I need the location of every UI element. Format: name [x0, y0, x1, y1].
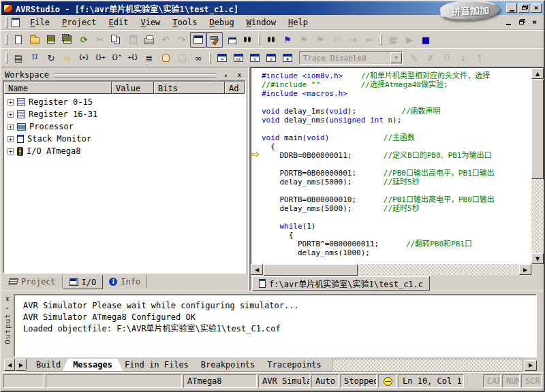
code-line[interactable] [251, 98, 531, 107]
save-file-button[interactable] [43, 32, 59, 48]
copy-button[interactable] [108, 32, 125, 48]
code-line[interactable]: void delay_1ms(void); //函数声明 [251, 107, 531, 116]
child-minimize-button[interactable] [503, 18, 514, 27]
tab-info[interactable]: i Info [103, 275, 147, 288]
output-pin-icon[interactable]: ▸ [6, 305, 10, 311]
menu-file[interactable]: File [24, 16, 56, 29]
code-line[interactable]: delay_nms(1000); [251, 248, 531, 257]
scroll-up-icon[interactable]: ▲ [531, 68, 544, 79]
minimize-button[interactable] [506, 3, 517, 13]
tab-scroll-right-icon[interactable]: ▶ [16, 359, 27, 371]
code-line[interactable]: delay_nms(5000); //延时5秒 [251, 178, 531, 186]
code-line[interactable]: PORTB=0B00000010; //PB1口输出高电平，PB0口输出 [251, 195, 531, 204]
document-tab[interactable]: f:\avr单片机实验室\实验1\test_c1.c [252, 276, 430, 291]
expand-icon[interactable]: + [7, 124, 14, 130]
restore-button[interactable] [518, 3, 529, 13]
trace-clear-button[interactable]: ✗ [422, 50, 439, 66]
child-close-button[interactable]: × [529, 18, 540, 27]
redo-button[interactable]: ↷ [174, 32, 190, 48]
toggle-memory-window-button[interactable]: o [263, 50, 279, 66]
tree-item-register-0-15[interactable]: + Register 0-15 [4, 96, 245, 108]
menu-help[interactable]: Help [282, 16, 314, 29]
menu-project[interactable]: Project [56, 16, 103, 29]
code-line[interactable]: { [251, 142, 531, 151]
code-line[interactable]: PORTB^=0B00000011; //翻转PB0和PB1口 [251, 240, 531, 248]
menu-debug[interactable]: Debug [204, 16, 240, 29]
undo-button[interactable]: ↶ [157, 32, 174, 48]
toolbar-group-grip[interactable] [209, 52, 211, 63]
toolbar-group-grip[interactable] [258, 34, 260, 45]
open-file-button[interactable] [27, 32, 43, 48]
toolbar-grip[interactable] [5, 34, 7, 45]
step-out-button[interactable]: {}^ [108, 50, 125, 66]
code-line[interactable]: { [251, 231, 531, 240]
code-line[interactable] [251, 186, 531, 195]
paste-button[interactable] [125, 32, 141, 48]
cut-button[interactable]: ✂ [92, 32, 108, 48]
tab-messages[interactable]: Messages [62, 359, 123, 372]
memory-view-button[interactable]: ▦ [385, 32, 401, 48]
workspace-tree[interactable]: + Register 0-15 + Register 16-31 + Proce… [4, 94, 245, 272]
close-button[interactable]: × [531, 3, 542, 13]
trace-select[interactable]: Trace Disabled ▼ [299, 51, 403, 65]
code-line[interactable]: #include <macros.h> [251, 89, 531, 98]
toggle-register-window-button[interactable]: ≡ [247, 50, 263, 66]
editor-horizontal-scrollbar[interactable]: ◀ ▶ [251, 264, 544, 276]
break-all-button[interactable] [174, 50, 190, 66]
vertical-scroll-thumb[interactable] [531, 80, 544, 179]
indent-button[interactable]: ⇥ [345, 32, 361, 48]
step-over-button[interactable]: {}+ [92, 50, 108, 66]
column-header-bits[interactable]: Bits [154, 82, 225, 94]
break-button[interactable] [157, 50, 174, 66]
toolbar-grip-2[interactable] [5, 52, 7, 63]
find-button[interactable] [263, 32, 279, 48]
new-file-button[interactable] [10, 32, 27, 48]
tab-tracepoints[interactable]: Tracepoints [256, 359, 332, 372]
code-line[interactable] [251, 213, 531, 222]
show-next-statement-button[interactable]: ⇨ [59, 50, 76, 66]
code-line[interactable]: void main(void) //主函数 [251, 133, 531, 142]
workspace-close-icon[interactable]: x [235, 71, 244, 79]
trace-edit-button[interactable]: ✎ [406, 50, 422, 66]
code-line[interactable]: void delay_nms(unsigned int n); [251, 116, 531, 125]
menu-edit[interactable]: Edit [103, 16, 135, 29]
tree-item-register-16-31[interactable]: + Register 16-31 [4, 108, 245, 120]
tree-item-processor[interactable]: + Processor [4, 120, 245, 133]
save-all-button[interactable] [59, 32, 76, 48]
menu-tools[interactable]: Tools [166, 16, 203, 29]
build-button[interactable] [206, 32, 223, 48]
trace-down-button[interactable]: ↓ [455, 50, 471, 66]
child-restore-button[interactable] [516, 18, 527, 27]
collapse-icon[interactable]: ▴ [221, 71, 230, 79]
toggle-io-view-button[interactable]: ≣ [279, 50, 296, 66]
column-header-address[interactable]: Ad [225, 82, 245, 94]
tree-item-stack-monitor[interactable]: + Stack Monitor [4, 133, 245, 145]
app-icon[interactable] [3, 4, 13, 13]
open-file-list-button[interactable]: ▤ [10, 50, 27, 66]
next-bookmark-button[interactable]: ⚑ [312, 32, 328, 48]
column-header-name[interactable]: Name [4, 82, 112, 94]
code-line[interactable] [251, 160, 531, 169]
code-line[interactable]: while(1) [251, 222, 531, 231]
outdent-button[interactable]: ⇤ [361, 32, 377, 48]
tab-i-o[interactable]: I/O [63, 275, 104, 289]
code-line[interactable]: ⇨ DDRB=0B00000011; //定义B口的PB0、PB1为输出口 [251, 151, 531, 160]
expand-icon[interactable]: + [7, 148, 14, 154]
workspace-grip[interactable] [54, 74, 217, 78]
code-area[interactable]: #include <iom8v.h> //和单片机类型相对应的头文件，选择 //… [251, 68, 531, 264]
code-line[interactable]: #include <iom8v.h> //和单片机类型相对应的头文件，选择 [251, 71, 531, 80]
previous-bookmark-button[interactable]: ⚑ [296, 32, 312, 48]
editor-vertical-scrollbar[interactable]: ▲ ▼ [531, 68, 544, 264]
print-button[interactable] [141, 32, 157, 48]
output-close-icon[interactable]: x [3, 295, 12, 303]
trace-braces-button[interactable]: {} [439, 50, 455, 66]
tab-find-in-files[interactable]: Find in Files [114, 359, 200, 372]
toggle-watch-window-button[interactable]: ∞ [214, 50, 230, 66]
document-icon[interactable] [12, 18, 20, 27]
title-bar[interactable]: AVRStudio - [f:\avr单片机实验室\实验1\test_c1.c]… [1, 1, 544, 15]
scroll-left-icon[interactable]: ◀ [251, 264, 263, 275]
toggle-message-window-button[interactable]: ox [230, 50, 247, 66]
reset-button[interactable]: ↻ [43, 50, 59, 66]
toggle-project-window-button[interactable] [190, 32, 206, 48]
output-text-pane[interactable]: AVR Simulator Please wait while configur… [14, 294, 537, 357]
